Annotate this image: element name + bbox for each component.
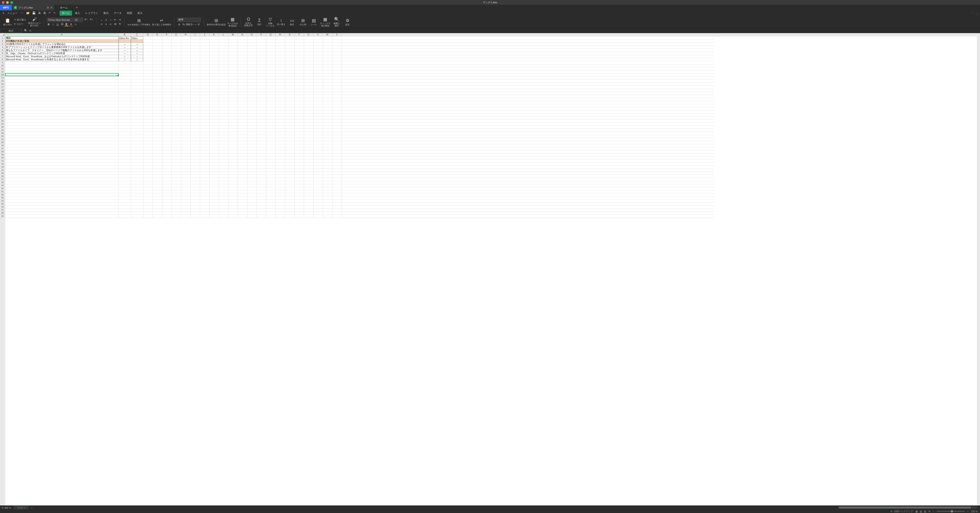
format-painter-button[interactable]: 🖌書式のコピー貼り付け xyxy=(28,17,41,27)
row-header-20[interactable]: 20 xyxy=(0,95,5,98)
comma-icon[interactable]: 000 xyxy=(186,22,190,26)
decrease-font-icon[interactable]: A↓ xyxy=(89,18,94,22)
hamburger-icon[interactable]: ≡ xyxy=(2,11,5,15)
col-header-X[interactable]: X xyxy=(332,33,342,37)
ribbon-tab-4[interactable]: データ xyxy=(111,11,124,16)
wrap-text-button[interactable]: ↵折り返して全体表示 xyxy=(152,18,171,26)
merge-center-button[interactable]: ⊞セルを結合して中央揃え xyxy=(127,18,151,26)
number-format-select[interactable] xyxy=(177,18,201,22)
row-header-58[interactable]: 58 xyxy=(0,212,5,215)
row-header-23[interactable]: 23 xyxy=(0,104,5,107)
row-header-45[interactable]: 45 xyxy=(0,172,5,175)
row-header-17[interactable]: 17 xyxy=(0,86,5,89)
row-header-7[interactable]: 7 xyxy=(0,55,5,58)
row-header-10[interactable]: 10 xyxy=(0,64,5,67)
cell-C3[interactable]: ○ xyxy=(131,43,143,46)
col-header-H[interactable]: H xyxy=(181,33,191,37)
ribbon-tab-2[interactable]: レイアウト xyxy=(83,11,101,16)
row-header-33[interactable]: 33 xyxy=(0,135,5,138)
align-right-icon[interactable]: ≡ xyxy=(109,22,113,26)
zoom-formula-icon[interactable]: 🔍 xyxy=(24,29,27,32)
cell-C7[interactable]: ○ xyxy=(131,55,143,58)
minimize-window-icon[interactable] xyxy=(6,1,9,4)
row-header-2[interactable]: 2 xyxy=(0,40,5,43)
row-header-25[interactable]: 25 xyxy=(0,110,5,113)
sheet-next-icon[interactable]: ▶ xyxy=(6,507,8,509)
cell-C4[interactable]: ○ xyxy=(131,46,143,49)
ribbon-tab-0[interactable]: ホーム xyxy=(59,11,72,16)
row-header-42[interactable]: 42 xyxy=(0,163,5,166)
align-bottom-icon[interactable]: ⫟ xyxy=(109,18,113,22)
zoom-in-icon[interactable]: ＋ xyxy=(967,510,969,513)
print-icon[interactable]: 🖶 xyxy=(37,11,41,15)
row-header-29[interactable]: 29 xyxy=(0,123,5,126)
row-header-6[interactable]: 6 xyxy=(0,52,5,55)
row-header-34[interactable]: 34 xyxy=(0,138,5,141)
zoom-slider[interactable] xyxy=(937,511,965,512)
row-header-48[interactable]: 48 xyxy=(0,181,5,184)
row-header-56[interactable]: 56 xyxy=(0,206,5,209)
fill-color-icon[interactable]: ◧ xyxy=(65,22,68,26)
select-all-corner[interactable] xyxy=(0,33,5,37)
row-header-8[interactable]: 8 xyxy=(0,58,5,61)
row-header-49[interactable]: 49 xyxy=(0,184,5,187)
col-header-T[interactable]: T xyxy=(294,33,304,37)
decrease-indent-icon[interactable]: ⇤ xyxy=(113,18,117,22)
row-header-4[interactable]: 4 xyxy=(0,46,5,49)
cell-B5[interactable]: ○ xyxy=(119,49,131,52)
close-tab-icon[interactable]: ✕ xyxy=(50,6,52,9)
increase-decimal-icon[interactable]: .0→ xyxy=(191,22,194,26)
cell-A2[interactable]: PDF機能の作成と変換 xyxy=(5,40,119,43)
row-header-9[interactable]: 9 xyxy=(0,61,5,64)
row-header-41[interactable]: 41 xyxy=(0,159,5,163)
col-header-R[interactable]: R xyxy=(275,33,285,37)
row-header-12[interactable]: 12 xyxy=(0,70,5,73)
ribbon-tab-3[interactable]: 数式 xyxy=(101,11,111,16)
decrease-decimal-icon[interactable]: ←.0 xyxy=(195,22,199,26)
row-header-5[interactable]: 5 xyxy=(0,49,5,52)
auto-filter-button[interactable]: ▽自動フィルタ xyxy=(266,17,275,27)
file-tab[interactable]: S ブック1.xlsx ⧉ ✕ xyxy=(12,5,54,10)
open-icon[interactable]: 📂 xyxy=(25,11,30,15)
increase-font-icon[interactable]: A↑ xyxy=(84,18,88,22)
cell-B2[interactable] xyxy=(119,40,131,43)
sort-button[interactable]: ↕並べ替え xyxy=(277,18,286,26)
row-header-54[interactable]: 54 xyxy=(0,199,5,202)
row-header-55[interactable]: 55 xyxy=(0,202,5,206)
currency-icon[interactable]: ⦻ xyxy=(177,22,181,26)
col-header-D[interactable]: D xyxy=(143,33,153,37)
cell-B1[interactable]: Editor Pro xyxy=(119,37,131,40)
col-header-G[interactable]: G xyxy=(172,33,181,37)
wps-tab[interactable]: WPS xyxy=(0,5,12,10)
sum-button[interactable]: Σ合計 xyxy=(255,18,264,26)
cell-B7[interactable]: ○ xyxy=(119,55,131,58)
col-header-M[interactable]: M xyxy=(228,33,238,37)
home-nav-tab[interactable]: ホーム xyxy=(54,5,73,10)
print-preview-icon[interactable]: 🖶 xyxy=(43,11,47,15)
reading-view-icon[interactable]: 👁 xyxy=(928,510,931,513)
sheet-first-icon[interactable]: ⏮ xyxy=(2,507,4,509)
row-header-21[interactable]: 21 xyxy=(0,98,5,101)
sheet-tab[interactable]: Table 1 xyxy=(14,506,29,510)
row-header-53[interactable]: 53 xyxy=(0,196,5,199)
col-header-P[interactable]: P xyxy=(256,33,266,37)
page-break-icon[interactable]: ▤ xyxy=(923,510,927,513)
table-format-button[interactable]: ▦テーブルの書式設定 xyxy=(227,17,238,27)
ribbon-tab-6[interactable]: 表示 xyxy=(135,11,145,16)
col-header-K[interactable]: K xyxy=(209,33,219,37)
row-header-44[interactable]: 44 xyxy=(0,169,5,172)
col-header-L[interactable]: L xyxy=(219,33,228,37)
cut-button[interactable]: ✂ 切り取り xyxy=(14,18,27,22)
row-header-59[interactable]: 59 xyxy=(0,215,5,218)
cells-area[interactable]: 機能Editor ProEditorPDF機能の作成と変換ISO標準のPDF/A… xyxy=(5,37,980,505)
row-header-30[interactable]: 30 xyxy=(0,126,5,129)
close-window-icon[interactable] xyxy=(2,1,5,4)
zoom-out-icon[interactable]: − xyxy=(933,510,935,513)
row-header-38[interactable]: 38 xyxy=(0,150,5,153)
row-header-35[interactable]: 35 xyxy=(0,141,5,144)
collapse-ribbon-icon[interactable]: ︿ xyxy=(975,11,978,15)
border-icon[interactable]: 田 xyxy=(60,22,64,26)
col-header-V[interactable]: V xyxy=(313,33,323,37)
row-header-13[interactable]: 13 xyxy=(0,73,5,76)
align-top-icon[interactable]: ⫠ xyxy=(100,18,103,22)
